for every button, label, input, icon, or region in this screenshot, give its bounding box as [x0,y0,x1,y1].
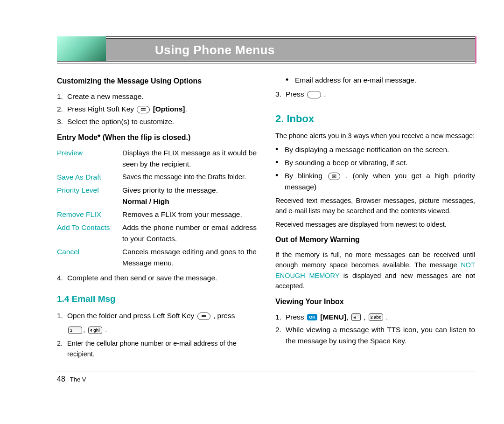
bullet-email-address: Email address for an e-mail message. [286,75,475,86]
option-name: Cancel [57,246,122,257]
option-save-draft: Save As Draft Saves the message into the… [57,172,257,183]
email-step1-b: , press [213,312,235,320]
bullet-text: Email address for an e-mail message. [295,75,475,86]
key-4-icon: 4 ghi [88,327,102,334]
view-step-2: 2. While viewing a message with TTS icon… [275,324,475,347]
step-3: 3. Select the option(s) to customize. [57,116,257,127]
period: . [324,90,326,98]
nav-left-icon [351,313,361,321]
period: . [386,313,388,321]
press-label: Press [286,90,306,98]
option-name: Save As Draft [57,172,122,183]
left-soft-key-icon [197,313,210,320]
option-desc: Saves the message into the Drafts folder… [122,172,257,182]
menu-label: [MENU] [320,313,346,321]
step-text: While viewing a message with TTS icon, y… [286,324,475,347]
option-name: Preview [57,147,122,159]
step-text: Select the option(s) to customize. [67,116,257,127]
option-name: Remove FLIX [57,209,122,220]
option-cancel: Cancel Cancels message editing and goes … [57,246,257,269]
view-step-1: 1. Press OK [MENU], , 2 abc . [275,312,475,323]
key-1-icon: 1 [68,327,82,334]
oom-body: If the memory is full, no more messages … [275,250,475,292]
ok-button-icon: OK [307,314,317,320]
left-column: Customizing the Message Using Options 1.… [57,73,257,361]
right-column: Email address for an e-mail message. 3. … [275,73,475,361]
entry-mode-heading: Entry Mode* (When the flip is closed.) [57,132,257,144]
manual-page: Using Phone Menus Customizing the Messag… [0,0,504,402]
footer-title: The V [70,376,86,383]
content-columns: Customizing the Message Using Options 1.… [57,73,475,361]
inbox-intro: The phone alerts you in 3 ways when you … [275,131,475,141]
received-para-2: Received messages are displayed from new… [275,219,475,229]
received-para-1: Received text messages, Browser messages… [275,195,475,216]
header-photo [57,36,106,62]
step-text: Enter the cellular phone number or e-mai… [67,338,257,359]
press-step-3: 3. Press . [275,89,475,100]
options-label: [Options] [153,105,185,113]
option-priority: Priority Level Gives priority to the mes… [57,185,257,207]
step-text: Complete and then send or save the messa… [67,272,257,284]
page-footer: 48 The V [57,375,475,383]
press-label: Press [286,313,306,321]
priority-values: Normal / High [122,197,169,205]
section-email-msg: 1.4 Email Msg [57,292,257,306]
alert-bullet-1: By displaying a message notification on … [275,144,475,155]
period: . [103,326,107,334]
option-desc: Displays the FLIX message as it would be… [122,147,257,170]
step-4: 4. Complete and then send or save the me… [57,272,257,284]
ok-key-icon [307,91,321,98]
step-text-a: Press Right Soft Key [67,105,136,113]
alert-bullet-2: By sounding a beep or vibrating, if set. [275,157,475,168]
page-number: 48 [57,375,65,383]
envelope-icon [328,173,340,180]
option-desc: Adds the phone number or email address t… [122,222,257,244]
option-remove-flix: Remove FLIX Removes a FLIX from your mes… [57,209,257,220]
period: . [185,105,187,113]
step-2: 2. Press Right Soft Key [Options]. [57,104,257,115]
header-banner: Using Phone Menus [57,36,475,63]
subheading-out-of-memory: Out of Memory Warning [275,234,475,246]
option-add-contacts: Add To Contacts Adds the phone number or… [57,222,257,244]
option-desc: Gives priority to the message. Normal / … [122,185,257,207]
option-preview: Preview Displays the FLIX message as it … [57,147,257,170]
email-step-2: 2. Enter the cellular phone number or e-… [57,338,257,359]
step-1: 1. Create a new message. [57,91,257,102]
option-desc: Removes a FLIX from your message. [122,209,257,220]
section-inbox: 2. Inbox [275,111,475,127]
step-text: Create a new message. [67,91,257,102]
email-step-1: 1. Open the folder and press Left Soft K… [57,310,257,335]
subheading-viewing-inbox: Viewing Your Inbox [275,296,475,308]
bullet-text: By sounding a beep or vibrating, if set. [285,157,475,168]
option-name: Priority Level [57,185,122,196]
alert-bullet-3: By blinking . (only when you get a high … [275,170,475,193]
subheading-customizing: Customizing the Message Using Options [57,76,257,87]
pink-tab [475,36,476,63]
key-2-icon: 2 abc [369,313,383,321]
alert3-a: By blinking [285,172,327,180]
bullet-text: By displaying a message notification on … [285,144,475,155]
footer-rule [57,371,475,371]
email-step1-a: Open the folder and press Left Soft Key [67,312,196,320]
option-desc: Cancels message editing and goes to the … [122,246,257,269]
page-title: Using Phone Menus [155,39,275,61]
option-name: Add To Contacts [57,222,122,233]
right-soft-key-icon [137,106,150,113]
options-table: Preview Displays the FLIX message as it … [57,147,257,269]
